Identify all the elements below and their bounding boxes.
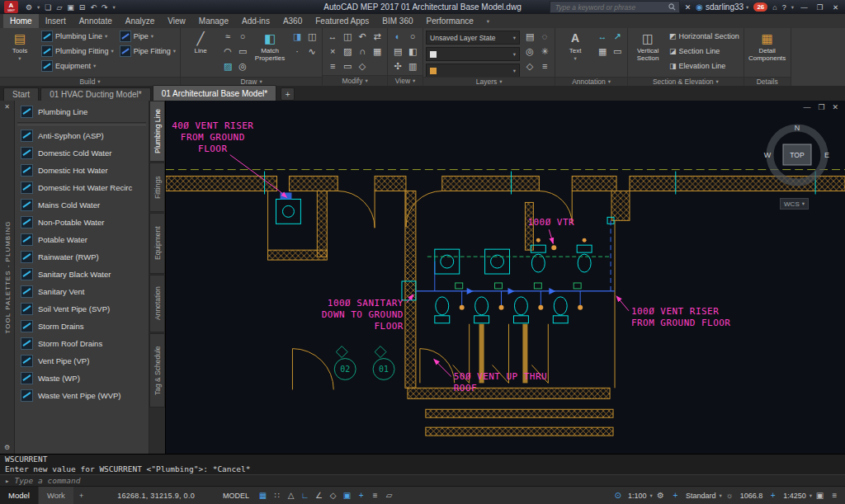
scale-icon[interactable]: ◇ [359, 61, 366, 72]
notification-badge[interactable]: 26 [753, 2, 767, 12]
close-button[interactable]: ✕ [830, 3, 841, 12]
customization-icon[interactable]: ≡ [828, 491, 842, 500]
stretch-icon[interactable]: ▭ [343, 61, 352, 72]
drawing-canvas[interactable]: 02 01 40Ø VENT RISER FROM GROUND FLOOR 1… [166, 101, 845, 454]
pan-icon[interactable]: ✣ [394, 61, 401, 72]
palette-item[interactable]: Vent Pipe (VP) [15, 352, 149, 370]
equipment-button[interactable]: Equipment▾ [40, 59, 116, 73]
dimension-icon[interactable]: ↔ [598, 31, 607, 41]
region-icon[interactable]: ◫ [308, 31, 316, 42]
panel-label-modify[interactable]: Modify▾ [323, 75, 387, 86]
palette-title-strip[interactable]: ✕ TOOL PALETTES - PLUMBING ⚙ [0, 101, 15, 454]
layer-match-icon[interactable]: ≡ [542, 61, 547, 71]
panel-label-section[interactable]: Section & Elevation▾ [628, 77, 744, 86]
qat-dropdown-icon[interactable]: ▾ [113, 4, 116, 11]
polar-tracking-icon[interactable]: ∠ [312, 491, 326, 500]
palette-tab-plumbing-line[interactable]: Plumbing Line [149, 101, 165, 162]
transparency-toggle-icon[interactable]: ▱ [382, 491, 396, 500]
palette-item[interactable]: Storm Roof Drains [15, 335, 149, 352]
palette-item[interactable]: Sanitary Vent [15, 283, 149, 300]
polyline-icon[interactable]: ≈ [225, 31, 230, 41]
viewport-minimize-icon[interactable]: — [803, 103, 810, 111]
zoom-icon[interactable]: ○ [410, 31, 416, 41]
gradient-icon[interactable]: ◨ [293, 31, 301, 42]
point-icon[interactable]: · [295, 46, 299, 56]
layer-properties-icon[interactable]: ▤ [526, 31, 534, 42]
annotation-visibility-icon[interactable]: ⊙ [611, 491, 625, 500]
signin-user[interactable]: ◉ sdarling33 ▾ [696, 2, 748, 12]
palette-item[interactable]: Soil Vent Pipe (SVP) [15, 300, 149, 318]
infer-constraints-icon[interactable]: △ [284, 491, 298, 500]
copy-icon[interactable]: ◫ [343, 31, 352, 42]
search-icon[interactable] [668, 3, 676, 11]
match-properties-button[interactable]: ◧ Match Properties [253, 29, 287, 76]
command-input[interactable]: ▸ Type a command [0, 474, 845, 486]
trim-icon[interactable]: × [330, 46, 335, 56]
osnap-toggle-icon[interactable]: ▣ [340, 491, 354, 500]
detail-components-button[interactable]: ▦ Detail Components [747, 29, 788, 76]
palette-item[interactable]: Rainwater (RWP) [15, 248, 149, 266]
viewport-close-icon[interactable]: ✕ [832, 103, 838, 111]
palette-item[interactable]: Anti-Syphon (ASP) [15, 127, 149, 144]
palette-item-plumbing-line[interactable]: Plumbing Line [15, 103, 149, 120]
app-store-icon[interactable]: ⌂ [772, 3, 777, 12]
workspace-icon[interactable]: ⚙ [26, 3, 32, 12]
layer-isolate-icon[interactable]: ◎ [526, 46, 534, 57]
palette-item[interactable]: Waste Vent Pipe (WVP) [15, 387, 149, 404]
tab-analyze[interactable]: Analyze [119, 14, 162, 28]
a360-icon[interactable]: ✕ [685, 3, 692, 12]
palette-item[interactable]: Storm Drains [15, 318, 149, 335]
brightness-icon[interactable]: ☼ [723, 491, 737, 500]
new-tab-button[interactable]: + [281, 87, 295, 101]
line-button[interactable]: ╱ Line [183, 29, 218, 76]
tab-a360[interactable]: A360 [276, 14, 309, 28]
chevron-down-icon[interactable]: ▾ [37, 4, 40, 11]
erase-icon[interactable]: ▨ [343, 46, 352, 57]
view-manager-icon[interactable]: ▤ [394, 46, 402, 57]
hatch-icon[interactable]: ▨ [224, 61, 232, 72]
table-icon[interactable]: ▦ [598, 46, 607, 57]
file-tab-architectural[interactable]: 01 Architectural Base Model* [153, 85, 276, 101]
tab-home[interactable]: Home [3, 14, 39, 28]
plumbing-fitting-button[interactable]: Plumbing Fitting▾ [40, 44, 116, 59]
panel-label-details[interactable]: Details [744, 77, 791, 86]
autoscale-icon[interactable]: + [668, 491, 682, 500]
viewcube[interactable]: N W E TOP [761, 119, 833, 191]
circle-icon[interactable]: ○ [240, 31, 246, 41]
palette-item[interactable]: Non-Potable Water [15, 214, 149, 231]
palette-close-icon[interactable]: ✕ [0, 103, 14, 111]
pipe-button[interactable]: Pipe▾ [118, 29, 177, 44]
file-tab-start[interactable]: Start [3, 87, 39, 101]
lineweight-toggle-icon[interactable]: ≡ [368, 491, 382, 500]
tab-insert[interactable]: Insert [39, 14, 73, 28]
standard-style[interactable]: Standard [683, 492, 719, 500]
pipe-fitting-button[interactable]: Pipe Fitting▾ [118, 44, 177, 59]
tools-button[interactable]: ▤ Tools ▾ [2, 29, 37, 76]
tab-manage[interactable]: Manage [192, 14, 235, 28]
plot-icon[interactable]: ⊟ [79, 3, 86, 12]
model-space-button[interactable]: MODEL [216, 492, 256, 500]
move-icon[interactable]: ↔ [328, 31, 338, 41]
tab-annotate[interactable]: Annotate [73, 14, 119, 28]
search-input[interactable] [554, 2, 665, 12]
palette-item[interactable]: Mains Cold Water [15, 196, 149, 214]
open-file-icon[interactable]: ▱ [56, 3, 62, 12]
workspace-gear-icon[interactable]: ⚙ [654, 491, 668, 500]
viewport-icon[interactable]: ◧ [408, 46, 417, 57]
layer-dropdown[interactable]: ▾ [426, 47, 520, 61]
palette-tab-tag-schedule[interactable]: Tag & Schedule [149, 333, 165, 407]
mask-icon[interactable]: ▭ [613, 46, 621, 57]
palette-item[interactable]: Waste (WP) [15, 370, 149, 387]
rectangle-icon[interactable]: ▭ [238, 46, 247, 57]
minimize-button[interactable]: — [799, 3, 810, 12]
palette-item[interactable]: Potable Water [15, 231, 149, 248]
file-tab-hvac[interactable]: 01 HVAC Ducting Model* [40, 87, 151, 101]
isolate-objects-icon[interactable]: ▣ [813, 491, 827, 500]
palette-item[interactable]: Domestic Cold Water [15, 144, 149, 162]
plus-icon[interactable]: + [766, 491, 780, 500]
redo-icon[interactable]: ↷ [101, 3, 108, 12]
ortho-toggle-icon[interactable]: ∟ [298, 491, 312, 500]
help-icon[interactable]: ? [782, 3, 786, 12]
spline-icon[interactable]: ∿ [308, 46, 315, 57]
rotate-icon[interactable]: ↶ [358, 31, 366, 42]
